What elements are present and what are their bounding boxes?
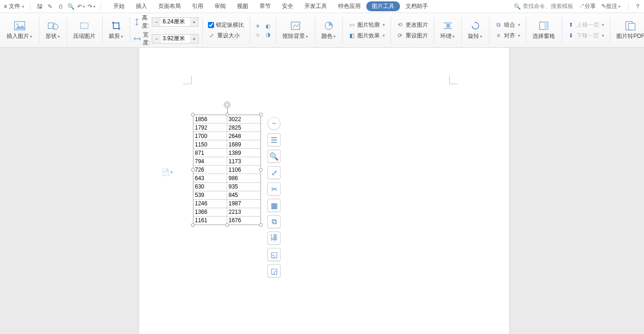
svg-point-3 [52, 24, 58, 29]
group-icon: ⧉ [495, 21, 502, 29]
wrap-button[interactable]: 环绕 [437, 18, 458, 42]
resize-handle-w[interactable] [191, 168, 195, 172]
new-icon[interactable]: ✎ [45, 2, 55, 11]
tab-references[interactable]: 引用 [186, 0, 209, 12]
align-button[interactable]: ≡对齐 [493, 31, 522, 41]
translate-tool-icon: 译 [270, 233, 278, 243]
tab-insert[interactable]: 插入 [130, 0, 153, 12]
height-input[interactable] [161, 19, 190, 25]
annotate-button[interactable]: ✎批注 [601, 2, 621, 10]
shapes-button[interactable]: 形状 [43, 18, 63, 42]
layout-options-button[interactable]: ☰ [267, 133, 281, 146]
color-icon [323, 20, 334, 31]
collapse-icon: − [272, 119, 276, 128]
lock-ratio-checkbox[interactable]: 锁定纵横比 [206, 20, 246, 30]
reset-pic-button[interactable]: ⟳重设图片 [394, 31, 430, 41]
height-spinner[interactable]: − + [152, 17, 199, 27]
object-float-toolbar: −☰🔍⤢✂▦⧉译◱◲ [267, 117, 281, 277]
color-button[interactable]: 颜色 [318, 18, 339, 42]
save-icon[interactable]: 🖫 [35, 2, 44, 11]
tab-view[interactable]: 视图 [231, 0, 254, 12]
anchor-icon: 📄 [162, 168, 170, 176]
tab-start[interactable]: 开始 [108, 0, 130, 12]
tab-devtools[interactable]: 开发工具 [299, 0, 333, 12]
resize-handle-e[interactable] [259, 168, 263, 172]
duplicate-button[interactable]: ⧉ [267, 215, 281, 228]
resize-handle-sw[interactable] [191, 223, 195, 227]
tab-doch[interactable]: 文档助手 [400, 0, 434, 12]
pic-outline-button[interactable]: ▭图片轮廓 [346, 20, 387, 30]
redo-icon[interactable]: ↷ [87, 2, 96, 11]
fit-button[interactable]: ⤢ [267, 166, 281, 179]
pic-effect-label: 图片效果 [357, 32, 380, 40]
document-page[interactable]: 📄▾ 1856302217922825170026481150168987113… [139, 48, 509, 334]
width-spinner[interactable]: − + [152, 34, 199, 44]
compress-button[interactable]: 压缩图片 [70, 18, 98, 42]
print-icon[interactable]: ⎙ [56, 2, 65, 11]
tab-pagelayout[interactable]: 页面布局 [153, 0, 186, 12]
crop-tool-icon: ✂ [271, 185, 277, 194]
change-pic-button[interactable]: ⟲更改图片 [394, 20, 430, 30]
height-increment[interactable]: + [190, 18, 198, 26]
tab-chapter[interactable]: 章节 [254, 0, 276, 12]
insert-image-button[interactable]: 插入图片 [4, 18, 35, 42]
brightness-down-icon[interactable]: ☼ [253, 30, 262, 39]
tab-security[interactable]: 安全 [276, 0, 299, 12]
resize-handle-s[interactable] [225, 223, 229, 227]
align-icon: ≡ [495, 32, 502, 39]
help-icon[interactable]: ? [636, 3, 639, 10]
resize-handle-ne[interactable] [259, 113, 263, 116]
contrast-down-icon[interactable]: ◑ [264, 30, 272, 39]
tab-review[interactable]: 审阅 [209, 0, 231, 12]
layout-options-icon: ☰ [271, 136, 277, 145]
tab-pictools[interactable]: 图片工具 [366, 1, 400, 11]
anchor-indicator[interactable]: 📄▾ [162, 168, 173, 176]
lock-ratio-input[interactable] [208, 22, 214, 28]
infront-text-button[interactable]: ◲ [267, 264, 281, 277]
change-pic-label: 更改图片 [406, 21, 428, 29]
tab-special[interactable]: 特色应用 [333, 0, 366, 12]
height-decrement[interactable]: − [152, 18, 161, 26]
selection-pane-button[interactable]: 选择窗格 [530, 18, 558, 42]
bring-forward-button[interactable]: ⬆上移一层 [565, 20, 606, 30]
rotate-handle[interactable] [224, 102, 230, 108]
translate-tool-button[interactable]: 译 [267, 232, 281, 245]
remove-bg-button[interactable]: 抠除背景 [280, 18, 311, 42]
behind-text-button[interactable]: ◱ [267, 248, 281, 261]
share-button[interactable]: ↗分享 [579, 2, 596, 10]
pic-effect-button[interactable]: ◧图片效果 [346, 31, 387, 41]
file-menu-button[interactable]: ≡ 文件 ▾ [0, 2, 28, 10]
resize-handle-n[interactable] [225, 113, 229, 116]
search-command[interactable]: 🔍 查找命令、搜索模板 [514, 2, 573, 10]
search-icon: 🔍 [514, 3, 521, 10]
resize-handle-nw[interactable] [191, 113, 195, 116]
brightness-up-icon[interactable]: ☀ [253, 22, 262, 30]
width-input[interactable] [161, 36, 190, 42]
group-button[interactable]: ⧉组合 [493, 20, 522, 30]
select-icon: ▦ [271, 201, 278, 210]
contrast-up-icon[interactable]: ◐ [264, 22, 272, 30]
width-decrement[interactable]: − [152, 35, 161, 43]
zoom-button[interactable]: 🔍 [267, 150, 281, 163]
file-menu-label: 文件 [9, 2, 20, 10]
separator [30, 3, 30, 10]
reset-size-button[interactable]: ⤢ 重设大小 [206, 31, 246, 41]
height-icon [133, 18, 140, 26]
annotate-icon: ✎ [601, 3, 606, 9]
margin-corner-tl [183, 76, 192, 84]
select-button[interactable]: ▦ [267, 199, 281, 212]
bring-forward-icon: ⬆ [567, 21, 575, 29]
selected-image[interactable]: 1856302217922825170026481150168987113897… [193, 115, 261, 225]
send-backward-button[interactable]: ⬇下移一层 [565, 31, 606, 41]
preview-icon[interactable]: 🔍 [66, 2, 75, 11]
to-pdf-button[interactable]: 图片转PDF [614, 18, 644, 42]
rotate-button[interactable]: 旋转 [465, 18, 485, 42]
resize-handle-se[interactable] [259, 223, 263, 227]
reset-size-label: 重设大小 [217, 32, 240, 40]
collapse-button[interactable]: − [267, 117, 281, 130]
undo-icon[interactable]: ↶ [76, 2, 86, 11]
width-increment[interactable]: + [190, 35, 198, 43]
crop-button[interactable]: 裁剪 [106, 18, 126, 42]
send-backward-label: 下移一层 [577, 32, 599, 40]
crop-tool-button[interactable]: ✂ [267, 182, 281, 196]
